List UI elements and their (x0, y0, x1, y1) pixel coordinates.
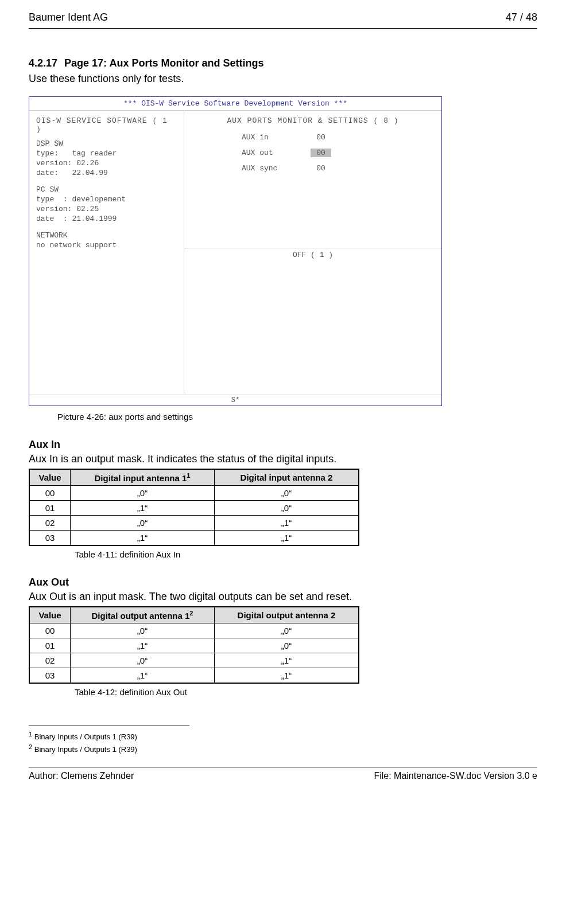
software-window: *** OIS-W Service Software Development V… (29, 96, 442, 406)
col-value: Value (29, 469, 71, 486)
footnote-separator (29, 726, 189, 726)
aux-out-table: Value Digital output antenna 12 Digital … (29, 606, 359, 684)
network-text: no network support (36, 241, 177, 249)
aux-sync-label: AUX sync (242, 164, 311, 173)
aux-out-value[interactable]: 00 (311, 149, 331, 157)
software-status-bar: S* (29, 395, 441, 406)
aux-in-label: AUX in (242, 133, 311, 142)
dsp-heading: DSP SW (36, 139, 177, 148)
software-left-panel: OIS-W SERVICE SOFTWARE ( 1 ) DSP SW type… (29, 111, 184, 394)
table-row: 01„1“„0“ (29, 638, 359, 653)
pc-version: version: 02.25 (36, 205, 177, 213)
aux-out-heading: Aux Out (29, 576, 537, 588)
table-row: 02„0“„1“ (29, 516, 359, 531)
page-number: 47 / 48 (506, 11, 537, 24)
picture-caption: Picture 4-26: aux ports and settings (57, 412, 537, 422)
aux-in-table: Value Digital input antenna 11 Digital i… (29, 469, 359, 546)
section-title: Page 17: Aux Ports Monitor and Settings (64, 57, 263, 69)
software-window-title: *** OIS-W Service Software Development V… (29, 97, 441, 111)
aux-out-row: AUX out 00 (242, 149, 424, 157)
section-intro: Use these functions only for tests. (29, 73, 537, 85)
footnote-1: 1 Binary Inputs / Outputs 1 (R39) (29, 731, 537, 741)
dsp-date: date: 22.04.99 (36, 169, 177, 177)
table-row: 03„1“„1“ (29, 531, 359, 546)
table-row: 01„1“„0“ (29, 501, 359, 516)
page-header: Baumer Ident AG 47 / 48 (29, 11, 537, 29)
pc-type: type : developement (36, 195, 177, 204)
table-row: 00„0“„0“ (29, 623, 359, 638)
off-label: OFF ( 1 ) (293, 251, 333, 259)
section-heading: 4.2.17Page 17: Aux Ports Monitor and Set… (29, 57, 537, 69)
aux-in-heading: Aux In (29, 439, 537, 451)
aux-in-table-caption: Table 4-11: definition Aux In (75, 549, 537, 559)
pc-date: date : 21.04.1999 (36, 215, 177, 223)
company-name: Baumer Ident AG (29, 11, 108, 24)
col-antenna2: Digital input antenna 2 (215, 469, 359, 486)
col-antenna1: Digital input antenna 11 (71, 469, 215, 486)
aux-out-text: Aux Out is an input mask. The two digita… (29, 591, 537, 603)
aux-out-table-caption: Table 4-12: definition Aux Out (75, 687, 537, 697)
left-panel-title: OIS-W SERVICE SOFTWARE ( 1 ) (36, 116, 177, 134)
software-right-bottom-panel: OFF ( 1 ) (184, 248, 441, 394)
footnote-2: 2 Binary Inputs / Outputs 1 (R39) (29, 743, 537, 754)
table-header-row: Value Digital input antenna 11 Digital i… (29, 469, 359, 486)
col-value: Value (29, 607, 71, 623)
footer-file: File: Maintenance-SW.doc Version 3.0 e (374, 771, 537, 781)
col-antenna1: Digital output antenna 12 (71, 607, 215, 623)
aux-in-text: Aux In is an output mask. It indicates t… (29, 453, 537, 465)
aux-in-value: 00 (311, 133, 331, 142)
page-footer: Author: Clemens Zehnder File: Maintenanc… (29, 767, 537, 781)
table-header-row: Value Digital output antenna 12 Digital … (29, 607, 359, 623)
aux-sync-value: 00 (311, 164, 331, 173)
table-row: 02„0“„1“ (29, 653, 359, 668)
pc-heading: PC SW (36, 185, 177, 194)
aux-sync-row: AUX sync 00 (242, 164, 424, 173)
software-right-top-panel: AUX PORTS MONITOR & SETTINGS ( 8 ) AUX i… (184, 111, 441, 248)
network-heading: NETWORK (36, 231, 177, 240)
aux-in-row: AUX in 00 (242, 133, 424, 142)
dsp-type: type: tag reader (36, 149, 177, 158)
dsp-version: version: 02.26 (36, 159, 177, 167)
section-number: 4.2.17 (29, 57, 57, 69)
footer-author: Author: Clemens Zehnder (29, 771, 134, 781)
table-row: 03„1“„1“ (29, 668, 359, 684)
table-row: 00„0“„0“ (29, 486, 359, 501)
col-antenna2: Digital output antenna 2 (215, 607, 359, 623)
right-panel-title: AUX PORTS MONITOR & SETTINGS ( 8 ) (201, 116, 424, 125)
aux-out-label: AUX out (242, 149, 311, 157)
